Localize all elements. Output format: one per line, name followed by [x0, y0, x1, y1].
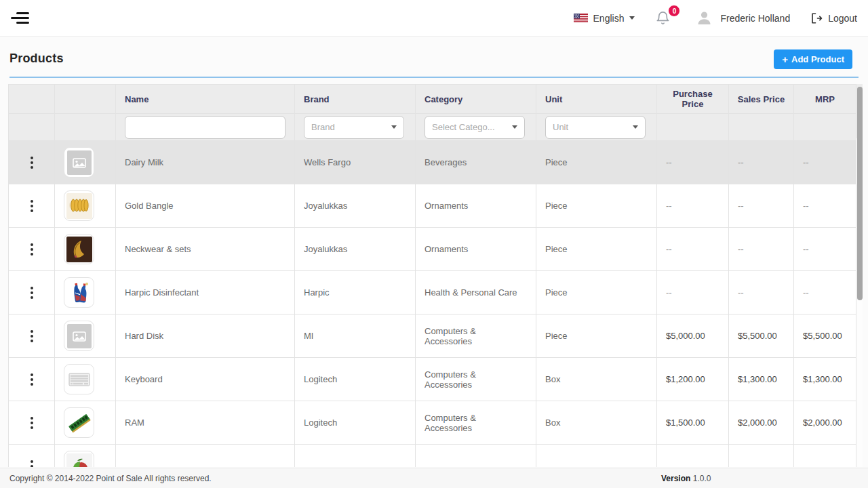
- col-name: Name: [116, 85, 295, 114]
- sales-price: [729, 445, 794, 468]
- chevron-down-icon: [512, 125, 517, 129]
- mrp: $2,000.00: [794, 401, 856, 445]
- chevron-down-icon: [629, 16, 635, 20]
- product-name: RAM: [116, 401, 295, 445]
- product-name: [116, 445, 295, 468]
- product-image-ram: [64, 407, 94, 438]
- purchase-price: [657, 445, 729, 468]
- product-unit: Piece: [536, 228, 657, 271]
- product-unit: Piece: [536, 314, 657, 358]
- product-image-neckwear: [64, 234, 94, 264]
- col-actions: [9, 85, 55, 114]
- notification-badge: 0: [668, 5, 680, 17]
- mrp: --: [794, 228, 856, 271]
- purchase-price: --: [657, 271, 729, 314]
- mrp: $1,300.00: [794, 358, 856, 401]
- product-row: Neckwear & sets Joyalukkas Ornaments Pie…: [9, 228, 856, 271]
- row-actions-button[interactable]: [31, 243, 33, 256]
- sales-price: $5,500.00: [729, 314, 794, 358]
- language-selector[interactable]: English: [574, 13, 635, 24]
- product-brand: Wells Fargo: [295, 141, 416, 184]
- product-unit: Piece: [536, 271, 657, 314]
- col-sales-price: Sales Price: [729, 85, 794, 114]
- purchase-price: $5,000.00: [657, 314, 729, 358]
- mrp: [794, 445, 856, 468]
- us-flag-icon: [574, 14, 588, 23]
- product-unit: Box: [536, 401, 657, 445]
- top-navbar: English 0 Frederic Holland Logout: [0, 0, 868, 37]
- product-unit: Piece: [536, 141, 657, 184]
- notifications-button[interactable]: 0: [655, 10, 675, 26]
- purchase-price: --: [657, 228, 729, 271]
- logout-button[interactable]: Logout: [810, 12, 857, 24]
- row-actions-button[interactable]: [31, 157, 33, 169]
- menu-toggle-icon[interactable]: [11, 9, 29, 26]
- products-table-container: Name Brand Category Unit Purchase Price …: [8, 84, 863, 467]
- product-category: Computers & Accessories: [416, 401, 536, 445]
- product-image-harpic: [64, 277, 94, 308]
- row-actions-button[interactable]: [31, 460, 33, 468]
- product-name: Hard Disk: [116, 314, 295, 358]
- purchase-price: --: [657, 184, 729, 228]
- product-image-fruit: [64, 451, 94, 467]
- chevron-down-icon: [391, 125, 397, 129]
- product-name: Neckwear & sets: [116, 228, 295, 271]
- language-label: English: [593, 13, 625, 24]
- row-actions-button[interactable]: [31, 200, 33, 212]
- col-mrp: MRP: [794, 85, 856, 114]
- scrollbar-thumb[interactable]: [857, 87, 863, 300]
- user-name: Frederic Holland: [720, 13, 790, 24]
- product-row: [9, 445, 856, 468]
- mrp: --: [794, 271, 856, 314]
- product-brand: Harpic: [295, 271, 416, 314]
- row-actions-button[interactable]: [31, 287, 33, 299]
- add-product-label: Add Product: [791, 54, 844, 64]
- product-unit: Piece: [536, 184, 657, 228]
- category-filter-select[interactable]: Select Catego...: [425, 116, 525, 139]
- sales-price: --: [729, 271, 794, 314]
- sales-price: --: [729, 141, 794, 184]
- product-brand: MI: [295, 314, 416, 358]
- product-row: Gold Bangle Joyalukkas Ornaments Piece -…: [9, 184, 856, 228]
- product-brand: Logitech: [295, 358, 416, 401]
- page-footer: Copyright © 2014-2022 Point of Sale All …: [0, 468, 868, 488]
- product-brand: Joyalukkas: [295, 228, 416, 271]
- product-name: Harpic Disinfectant: [116, 271, 295, 314]
- product-image-keyboard: [64, 364, 94, 394]
- purchase-price: --: [657, 141, 729, 184]
- user-menu[interactable]: Frederic Holland: [695, 9, 790, 27]
- sales-price: --: [729, 184, 794, 228]
- row-actions-button[interactable]: [31, 330, 33, 342]
- product-name: Gold Bangle: [116, 184, 295, 228]
- page-title: Products: [9, 52, 859, 66]
- product-category: Computers & Accessories: [416, 358, 536, 401]
- product-category: Ornaments: [416, 184, 536, 228]
- product-image-placeholder: [64, 321, 94, 351]
- plus-icon: +: [782, 54, 788, 64]
- product-row: Dairy Milk Wells Fargo Beverages Piece -…: [9, 141, 856, 184]
- row-actions-button[interactable]: [31, 373, 33, 386]
- col-purchase-price: Purchase Price: [657, 85, 729, 114]
- row-actions-button[interactable]: [31, 417, 33, 429]
- copyright-text: Copyright © 2014-2022 Point of Sale All …: [9, 474, 212, 483]
- product-name: Dairy Milk: [116, 141, 295, 184]
- brand-filter-select[interactable]: Brand: [304, 116, 404, 139]
- products-table: Name Brand Category Unit Purchase Price …: [8, 84, 856, 467]
- table-scrollbar[interactable]: [856, 84, 863, 467]
- add-product-button[interactable]: + Add Product: [774, 49, 852, 69]
- product-row: Keyboard Logitech Computers & Accessorie…: [9, 358, 856, 401]
- sales-price: $2,000.00: [729, 401, 794, 445]
- mrp: --: [794, 184, 856, 228]
- mrp: $5,500.00: [794, 314, 856, 358]
- col-unit: Unit: [536, 85, 657, 114]
- version-text: Version 1.0.0: [661, 474, 711, 483]
- product-category: Health & Personal Care: [416, 271, 536, 314]
- sales-price: --: [729, 228, 794, 271]
- product-brand: Logitech: [295, 401, 416, 445]
- product-brand: Joyalukkas: [295, 184, 416, 228]
- page-header: Products + Add Product: [9, 37, 859, 78]
- unit-filter-select[interactable]: Unit: [545, 116, 646, 139]
- col-image: [55, 85, 116, 114]
- product-category: Ornaments: [416, 228, 536, 271]
- name-filter-input[interactable]: [125, 116, 285, 139]
